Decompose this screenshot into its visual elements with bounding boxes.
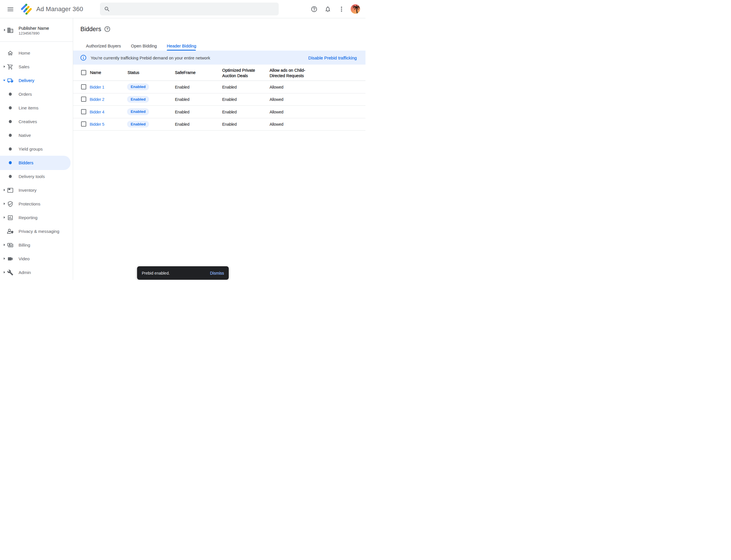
svg-text:?: ? <box>106 27 109 31</box>
